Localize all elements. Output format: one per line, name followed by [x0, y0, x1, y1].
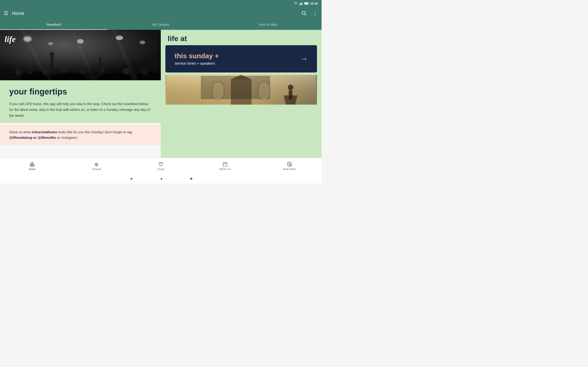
intro-body: If you call LIFE home, this app will hel…: [9, 101, 152, 119]
nav-label-audio-bible: Audio Bible: [283, 168, 296, 170]
svg-rect-1: [300, 3, 301, 5]
nav-item-home[interactable]: Home: [0, 162, 64, 170]
sunday-arrow: →: [300, 55, 308, 63]
hamburger-menu-icon[interactable]: ☰: [4, 10, 8, 16]
svg-rect-34: [0, 30, 161, 80]
hero-bg: [0, 30, 161, 80]
svg-rect-6: [304, 3, 308, 4]
search-icon[interactable]: [301, 10, 307, 16]
podcast-icon: [94, 162, 99, 167]
svg-point-7: [302, 11, 305, 15]
giving-icon: [158, 162, 163, 167]
left-panel: life your fingertips If you call LIFE ho…: [0, 30, 161, 161]
status-icons: 10:26: [294, 2, 318, 5]
right-panel: life at this sunday + service times + sp…: [161, 30, 321, 161]
nav-label-podcast: Podcast: [92, 168, 101, 170]
crowd-visual: [0, 30, 161, 80]
nav-item-giving[interactable]: Giving: [129, 162, 193, 170]
church-image: [165, 75, 317, 105]
svg-rect-44: [201, 76, 270, 99]
android-nav: ◄ ● ■: [0, 174, 321, 184]
intro-section: your fingertips If you call LIFE home, t…: [0, 80, 161, 123]
nav-item-podcast[interactable]: Podcast: [64, 162, 129, 170]
tab-newsfeed[interactable]: Newsfeed: [0, 20, 107, 29]
nav-label-giving: Giving: [157, 168, 164, 170]
tab-here-to-help[interactable]: Here to Help: [214, 20, 321, 29]
social-handles: @lifenzdotorg or @lifemelbs: [9, 135, 56, 140]
hashtag: #churchathome: [32, 130, 57, 134]
android-back-button[interactable]: ◄: [129, 177, 133, 181]
svg-marker-43: [284, 95, 297, 105]
status-time: 10:26: [310, 2, 318, 5]
svg-rect-5: [308, 3, 309, 4]
more-options-icon[interactable]: ⋮: [312, 10, 318, 17]
svg-point-41: [288, 85, 293, 90]
svg-rect-3: [302, 2, 303, 5]
tab-my-campus[interactable]: My Campus: [107, 20, 215, 29]
nav-item-whats-on[interactable]: What's On: [193, 162, 257, 170]
android-home-button[interactable]: ●: [160, 177, 163, 181]
main-content: life your fingertips If you call LIFE ho…: [0, 30, 321, 161]
nav-label-whats-on: What's On: [219, 168, 231, 170]
sunday-card[interactable]: this sunday + service times + speakers →: [165, 45, 317, 73]
nav-label-home: Home: [29, 168, 35, 170]
sunday-subtitle: service times + speakers: [174, 61, 219, 66]
svg-rect-46: [223, 162, 227, 166]
app-bar: ☰ Home ⋮: [0, 7, 321, 20]
social-cta: Show us what #churchathome looks like fo…: [0, 125, 161, 145]
life-logo: life: [5, 34, 16, 44]
battery-icon: [304, 2, 309, 5]
whats-on-icon: [223, 162, 228, 167]
svg-point-45: [95, 163, 97, 165]
tab-bar: Newsfeed My Campus Here to Help: [0, 20, 321, 30]
svg-rect-0: [299, 4, 300, 5]
hero-image: life: [0, 30, 161, 80]
sunday-title: this sunday +: [174, 52, 219, 60]
bottom-nav: Home Podcast Giving What's On: [0, 158, 321, 174]
church-interior-visual: [165, 75, 317, 105]
svg-rect-2: [301, 3, 302, 5]
audio-bible-icon: [287, 162, 292, 167]
android-recent-button[interactable]: ■: [190, 177, 192, 181]
intro-headline: your fingertips: [9, 87, 152, 96]
social-cta-text: Show us what #churchathome looks like fo…: [9, 129, 152, 140]
signal-icon: [299, 2, 303, 5]
nav-item-audio-bible[interactable]: Audio Bible: [257, 162, 321, 170]
svg-line-8: [305, 14, 306, 15]
life-at-heading: life at: [161, 30, 321, 45]
app-bar-title: Home: [12, 11, 298, 16]
sunday-card-content: this sunday + service times + speakers: [174, 52, 219, 66]
status-bar: 10:26: [0, 0, 321, 7]
home-icon: [30, 162, 35, 167]
wifi-icon: [294, 2, 298, 5]
